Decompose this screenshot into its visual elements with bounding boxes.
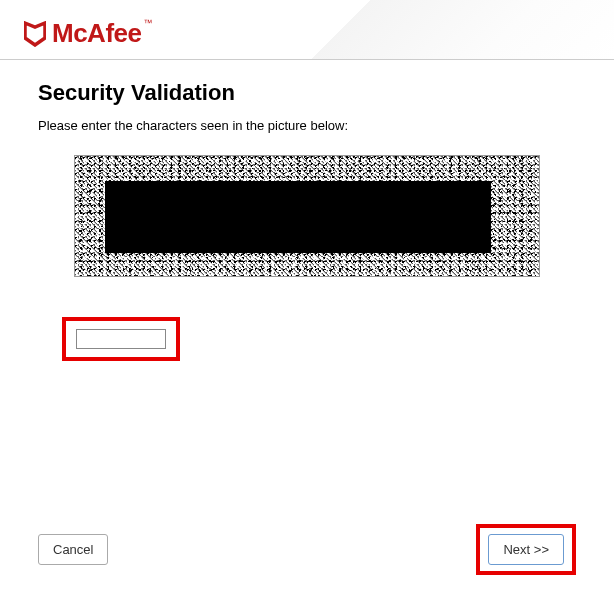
brand-name-text: McAfee <box>52 18 141 48</box>
input-highlight-box <box>62 317 180 361</box>
main-content: Security Validation Please enter the cha… <box>0 60 614 381</box>
captcha-input[interactable] <box>76 329 166 349</box>
brand-logo: McAfee™ <box>24 18 590 49</box>
footer: Cancel Next >> <box>0 524 614 575</box>
captcha-image <box>74 155 540 277</box>
shield-icon <box>24 21 46 47</box>
cancel-button[interactable]: Cancel <box>38 534 108 565</box>
page-title: Security Validation <box>38 80 576 106</box>
brand-name: McAfee™ <box>52 18 152 49</box>
instruction-text: Please enter the characters seen in the … <box>38 118 576 133</box>
next-button[interactable]: Next >> <box>488 534 564 565</box>
next-highlight-box: Next >> <box>476 524 576 575</box>
captcha-redacted-area <box>105 181 491 253</box>
trademark-symbol: ™ <box>143 18 152 28</box>
header: McAfee™ <box>0 0 614 60</box>
